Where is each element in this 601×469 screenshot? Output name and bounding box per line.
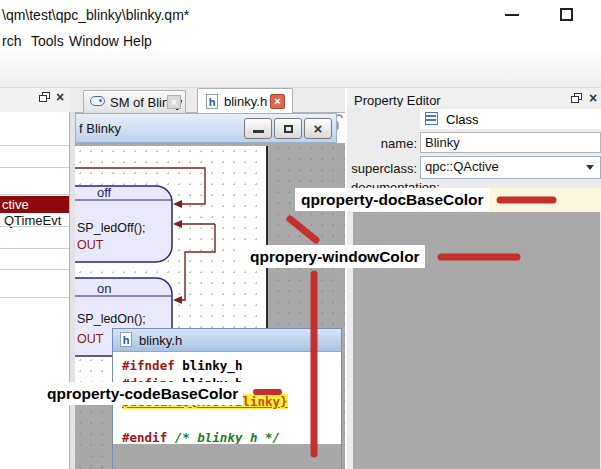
transition-arrowhead xyxy=(173,200,182,208)
state-off-entry: SP_ledOff(); xyxy=(77,221,146,235)
minimize-window-button[interactable] xyxy=(244,118,272,139)
float-dock-icon[interactable] xyxy=(571,93,583,104)
code-keyword: #ifndef xyxy=(122,358,175,373)
close-window-button[interactable]: × xyxy=(304,118,332,139)
code-comment: /* blinky_h */ xyxy=(167,430,280,445)
code-window-titlebar[interactable]: h blinky.h xyxy=(113,329,341,352)
superclass-combobox[interactable]: qpc::QActive xyxy=(420,156,601,179)
name-value: Blinky xyxy=(425,135,460,150)
item-type-row: Class xyxy=(420,109,601,129)
doc-base-color-annotation: qproperty-docBaseColor xyxy=(295,188,489,211)
maximize-icon[interactable] xyxy=(560,8,573,21)
tree-item-label: ctive xyxy=(2,197,29,212)
menu-bar: rch Tools Window Help xyxy=(0,30,601,52)
state-off-trigger: OUT xyxy=(77,238,104,252)
chevron-down-icon xyxy=(586,165,594,170)
name-input[interactable]: Blinky xyxy=(420,132,601,153)
property-editor-panel: Class name: Blinky superclass: qpc::QAct… xyxy=(345,107,601,469)
row-divider xyxy=(0,248,69,249)
state-on-name: on xyxy=(97,281,111,296)
window-title: \qm\test\qpc_blinky\blinky.qm* xyxy=(2,7,189,23)
tree-item-selected[interactable]: ctive xyxy=(0,196,69,213)
state-off-name: off xyxy=(97,185,112,200)
item-type-label: Class xyxy=(446,112,479,127)
model-explorer: ctive QTimeEvt xyxy=(0,112,70,469)
superclass-label: superclass: xyxy=(347,161,417,176)
restore-window-button[interactable] xyxy=(274,118,302,139)
tab-blinky-h[interactable]: h blinky.h × xyxy=(197,88,293,113)
class-icon xyxy=(425,112,438,125)
close-tab-icon[interactable]: × xyxy=(270,94,285,109)
title-bar: \qm\test\qpc_blinky\blinky.qm* xyxy=(0,0,601,30)
row-divider xyxy=(0,145,69,146)
menu-search[interactable]: rch xyxy=(2,33,21,49)
name-label: name: xyxy=(347,136,417,151)
row-divider xyxy=(0,297,69,298)
menu-help[interactable]: Help xyxy=(123,33,152,49)
float-dock-icon[interactable] xyxy=(39,92,51,103)
row-divider xyxy=(0,167,69,168)
state-on-entry: SP_ledOn(); xyxy=(77,312,146,326)
menu-window[interactable]: Window xyxy=(69,33,119,49)
code-window-title: blinky.h xyxy=(139,333,182,348)
code-keyword: #endif xyxy=(122,430,167,445)
row-divider xyxy=(0,269,69,270)
diagram-window-titlebar[interactable]: f Blinky × xyxy=(75,113,337,143)
window-color-annotation: qpropery-windowColor xyxy=(244,245,425,268)
code-window-empty-area xyxy=(113,444,341,469)
toolbar: ↶ ↷ Log xyxy=(0,52,601,88)
superclass-value: qpc::QActive xyxy=(425,159,499,174)
menu-tools[interactable]: Tools xyxy=(31,33,64,49)
diagram-window-title: f Blinky xyxy=(79,121,121,136)
minimize-icon[interactable] xyxy=(505,14,519,16)
header-file-icon: h xyxy=(206,94,218,109)
close-tab-icon[interactable]: × xyxy=(167,95,181,109)
state-on-trigger: OUT xyxy=(77,332,104,346)
code-text: blinky_h xyxy=(175,358,243,373)
row-divider xyxy=(0,226,69,227)
state-machine-icon xyxy=(90,96,105,106)
restore-icon xyxy=(284,125,293,133)
close-dock-icon[interactable]: × xyxy=(589,92,597,104)
close-icon: × xyxy=(314,120,323,137)
minimize-icon xyxy=(253,130,264,133)
transition-arrowhead xyxy=(173,296,182,304)
transition-line[interactable] xyxy=(175,224,215,300)
header-file-icon: h xyxy=(120,332,132,347)
row-divider xyxy=(0,194,69,195)
transition-arrowhead xyxy=(173,220,182,228)
close-dock-icon[interactable]: × xyxy=(56,91,64,103)
tab-label: blinky.h xyxy=(224,94,267,109)
left-dock-header: × xyxy=(0,88,70,112)
tab-sm-of-blinky[interactable]: SM of Blinky × xyxy=(83,90,186,113)
property-editor-title: Property Editor xyxy=(354,93,441,108)
code-base-color-annotation: qproperty-codeBaseColor xyxy=(41,382,243,405)
